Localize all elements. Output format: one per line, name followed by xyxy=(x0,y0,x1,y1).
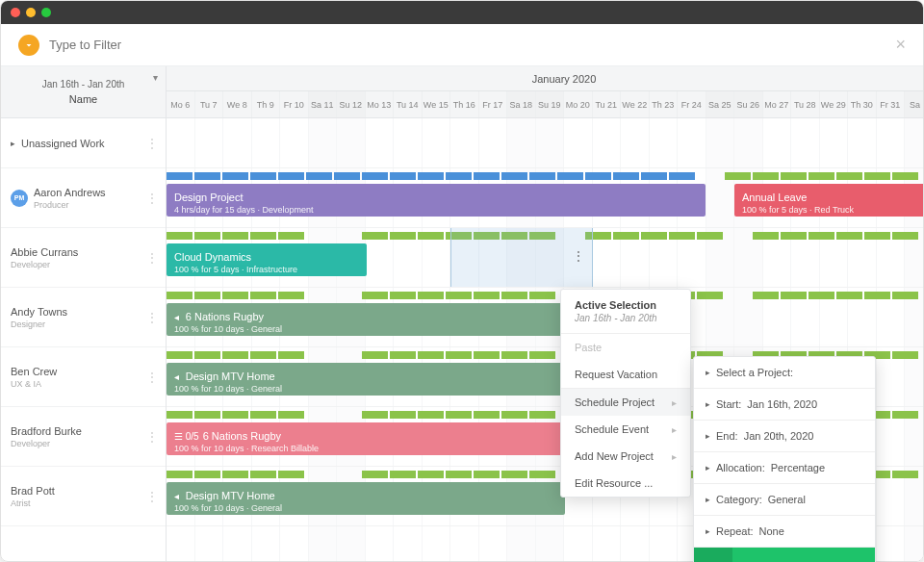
bar-subtitle: 100 % for 10 days · Research Billable xyxy=(174,444,557,453)
window-close-dot[interactable] xyxy=(11,8,20,17)
flyout-value: General xyxy=(768,494,806,505)
schedule-flyout: ▸Select a Project: ▸Start: Jan 16th, 202… xyxy=(693,356,876,562)
booking-bar[interactable]: ◂ Design MTV Home100 % for 10 days · Gen… xyxy=(167,363,565,396)
chevron-left-icon: ◂ xyxy=(174,312,182,322)
day-header: Sa 1 xyxy=(905,91,924,117)
booking-bar[interactable]: Annual Leave100 % for 5 days · Red Truck xyxy=(734,184,923,217)
close-icon[interactable]: × xyxy=(895,35,906,55)
more-icon[interactable]: ⋮ xyxy=(146,192,158,205)
window-minimize-dot[interactable] xyxy=(26,8,36,17)
filter-bar: × xyxy=(1,24,923,66)
chevron-down-icon: ▾ xyxy=(153,72,158,83)
flyout-value: Jan 20th, 2020 xyxy=(744,430,814,442)
booking-bar[interactable]: Cloud Dynamics100 % for 5 days · Infrast… xyxy=(167,243,367,276)
menu-item-label: Edit Resource ... xyxy=(575,477,653,489)
day-header: We 22 xyxy=(621,91,650,117)
resource-row[interactable]: ▸Unassigned Work⋮ xyxy=(1,118,166,168)
chevron-left-icon: ◂ xyxy=(174,491,182,501)
day-header: Su 26 xyxy=(734,91,763,117)
chevron-right-icon: ▸ xyxy=(706,431,710,441)
flyout-row[interactable]: ▸Repeat: None xyxy=(694,516,875,548)
more-icon[interactable]: ⋮ xyxy=(146,370,158,384)
chevron-right-icon: ▸ xyxy=(706,526,710,536)
flyout-row[interactable]: ▸Allocation: Percentage xyxy=(694,452,875,484)
day-header: Mo 6 xyxy=(167,91,195,117)
more-icon[interactable]: ⋮ xyxy=(146,430,158,444)
timeline-row[interactable]: Cloud Dynamics100 % for 5 days · Infrast… xyxy=(167,228,923,288)
filter-input[interactable] xyxy=(49,38,895,52)
resource-row[interactable]: Abbie CurransDeveloper⋮ xyxy=(1,228,166,288)
flyout-row[interactable]: ▸End: Jan 20th, 2020 xyxy=(694,421,875,452)
bar-subtitle: 100 % for 10 days · General xyxy=(174,384,557,394)
resource-row[interactable]: Bradford BurkeDeveloper⋮ xyxy=(1,407,166,467)
more-icon[interactable]: ⋮ xyxy=(146,490,158,503)
sidebar-header[interactable]: ▾ Jan 16th - Jan 20th Name xyxy=(1,66,167,117)
flyout-key: Repeat: xyxy=(716,525,754,537)
resource-row[interactable]: Andy TownsDesigner⋮ xyxy=(1,288,166,347)
resource-name: Bradford Burke xyxy=(11,425,82,437)
day-header: Sa 25 xyxy=(706,91,735,117)
resource-name: Andy Towns xyxy=(11,306,67,318)
timeline-row[interactable]: Design Project4 hrs/day for 15 days · De… xyxy=(167,168,923,228)
more-icon[interactable]: ⋮ xyxy=(146,251,158,265)
context-menu-item[interactable]: Schedule Event▸ xyxy=(561,416,690,443)
day-header: Th 16 xyxy=(450,91,479,117)
more-icon[interactable]: ⋮ xyxy=(146,137,158,150)
day-header: Sa 18 xyxy=(507,91,536,117)
timeline-row[interactable] xyxy=(167,118,923,168)
flyout-value: Percentage xyxy=(771,462,825,473)
arrow-right-icon: → xyxy=(694,548,732,562)
bar-title: Design MTV Home xyxy=(186,490,275,501)
flyout-row[interactable]: ▸Start: Jan 16th, 2020 xyxy=(694,389,875,421)
more-icon[interactable]: ⋮ xyxy=(146,311,158,324)
day-header: Tu 7 xyxy=(195,91,224,117)
flyout-row[interactable]: ▸Select a Project: xyxy=(694,357,875,389)
timeline-row[interactable]: ◂ 6 Nations Rugby100 % for 10 days · Gen… xyxy=(167,288,923,347)
avatar: PM xyxy=(11,190,28,207)
resource-row[interactable]: Ben CrewUX & IA⋮ xyxy=(1,347,166,407)
resource-name: Ben Crew xyxy=(11,366,57,377)
day-header: Fr 10 xyxy=(280,91,309,117)
days-row: Mo 6Tu 7We 8Th 9Fr 10Sa 11Su 12Mo 13Tu 1… xyxy=(167,91,924,117)
booking-bar[interactable]: ☰ 0/56 Nations Rugby100 % for 10 days · … xyxy=(167,422,565,455)
menu-item-label: Request Vacation xyxy=(575,369,657,380)
context-menu-item[interactable]: Add New Project▸ xyxy=(561,443,690,470)
context-menu-item[interactable]: Schedule Project▸ xyxy=(561,389,690,416)
booking-bar[interactable]: ◂ Design MTV Home100 % for 10 days · Gen… xyxy=(167,482,565,515)
flyout-key: Category: xyxy=(716,494,762,505)
timeline-header: ▾ Jan 16th - Jan 20th Name January 2020 … xyxy=(1,66,923,118)
booking-bar[interactable]: Design Project4 hrs/day for 15 days · De… xyxy=(167,184,706,217)
flyout-value: None xyxy=(759,525,784,537)
day-header: Sa 11 xyxy=(309,91,338,117)
day-header: We 8 xyxy=(223,91,252,117)
day-header: Th 23 xyxy=(650,91,679,117)
resource-role: UX & IA xyxy=(11,379,57,389)
bar-title: Cloud Dynamics xyxy=(174,251,251,263)
day-header: We 15 xyxy=(423,91,451,117)
context-menu-subtitle: Jan 16th - Jan 20th xyxy=(575,313,677,323)
active-selection[interactable] xyxy=(450,228,593,287)
bar-title: Annual Leave xyxy=(742,192,807,203)
flyout-row[interactable]: ▸Category: General xyxy=(694,484,875,516)
bar-subtitle: 100 % for 10 days · General xyxy=(174,324,557,334)
window-zoom-dot[interactable] xyxy=(41,8,51,17)
chevron-left-icon: ◂ xyxy=(174,371,182,382)
chevron-right-icon: ▸ xyxy=(672,451,677,462)
context-menu-title: Active Selection xyxy=(575,299,677,311)
selection-handle-icon[interactable]: ⋮ xyxy=(573,249,584,263)
booking-bar[interactable]: ◂ 6 Nations Rugby100 % for 10 days · Gen… xyxy=(167,303,565,336)
day-header: Th 9 xyxy=(252,91,281,117)
resource-row[interactable]: Brad PottAtrist⋮ xyxy=(1,467,166,526)
bar-subtitle: 100 % for 5 days · Infrastructure xyxy=(174,265,359,274)
resource-role: Designer xyxy=(11,319,67,329)
window-title-bar xyxy=(1,1,923,24)
context-menu-item[interactable]: Request Vacation xyxy=(561,361,690,388)
flyout-key: Allocation: xyxy=(716,462,765,473)
menu-item-label: Schedule Event xyxy=(575,423,649,435)
context-menu-item[interactable]: Edit Resource ... xyxy=(561,470,690,497)
flyout-key: Select a Project: xyxy=(716,367,793,378)
filter-icon[interactable] xyxy=(18,35,39,56)
schedule-button[interactable]: → Schedule xyxy=(694,548,875,562)
month-label: January 2020 xyxy=(167,66,924,91)
resource-row[interactable]: PMAaron AndrewsProducer⋮ xyxy=(1,168,166,228)
